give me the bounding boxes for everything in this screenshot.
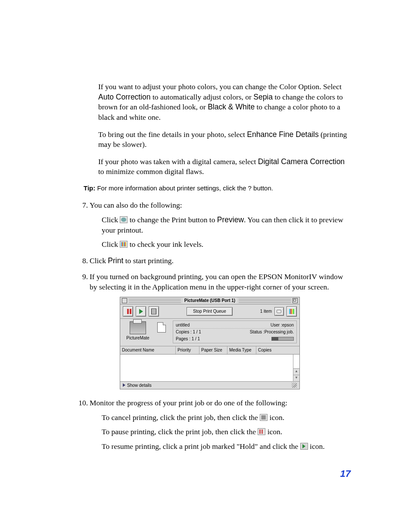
zoom-button[interactable] bbox=[293, 298, 298, 303]
tip-label: Tip: bbox=[84, 184, 95, 192]
ink-levels-button[interactable] bbox=[286, 306, 297, 317]
job-pages: Pages : 1 / 1 bbox=[176, 336, 200, 342]
disclosure-triangle-icon[interactable] bbox=[123, 383, 125, 387]
job-status: Processing job. bbox=[265, 330, 294, 334]
col-copies[interactable]: Copies bbox=[256, 346, 299, 354]
job-info-row: PictureMate untitled User :epson Copies … bbox=[120, 319, 299, 347]
queue-list[interactable]: ▲ ▼ bbox=[120, 355, 299, 381]
progress-bar bbox=[271, 337, 294, 341]
printer-cell: PictureMate bbox=[123, 320, 153, 344]
document-page: If you want to adjust your photo colors,… bbox=[0, 0, 411, 532]
step-8: 8. Click Print to start printing. bbox=[78, 256, 351, 266]
queue-table-header: Document Name Priority Paper Size Media … bbox=[120, 346, 299, 355]
step-7-ink: Click to check your ink levels. bbox=[102, 240, 351, 250]
pause-button[interactable] bbox=[123, 306, 133, 317]
job-info-grid: untitled User :epson Copies : 1 / 1 Stat… bbox=[173, 320, 297, 344]
step-10-resume: To resume printing, click a print job ma… bbox=[102, 442, 351, 452]
paragraph-color-option: If you want to adjust your photo colors,… bbox=[98, 82, 351, 123]
col-document-name[interactable]: Document Name bbox=[120, 346, 176, 354]
col-media-type[interactable]: Media Type bbox=[227, 346, 256, 354]
paragraph-digital-camera: If your photo was taken with a digital c… bbox=[98, 157, 351, 177]
monitor-window: PictureMate (USB Port 1) Stop Print Queu… bbox=[120, 297, 300, 390]
scroll-up-button[interactable]: ▲ bbox=[293, 368, 299, 375]
document-icon bbox=[157, 322, 166, 333]
close-button[interactable] bbox=[122, 298, 127, 303]
job-document-name: untitled bbox=[176, 322, 190, 328]
stop-print-queue-button[interactable]: Stop Print Queue bbox=[187, 307, 233, 316]
window-titlebar: PictureMate (USB Port 1) bbox=[120, 297, 299, 305]
delete-button[interactable] bbox=[149, 306, 159, 317]
step-10-cancel: To cancel printing, click the print job,… bbox=[102, 413, 351, 423]
printer-label: PictureMate bbox=[123, 335, 153, 341]
col-priority[interactable]: Priority bbox=[176, 346, 199, 354]
step-10-pause: To pause printing, click the print job, … bbox=[102, 427, 351, 437]
window-footer: Show details bbox=[120, 381, 299, 389]
spooler-button[interactable] bbox=[274, 307, 284, 316]
toolbar: Stop Print Queue 1 item bbox=[120, 305, 299, 319]
job-copies: Copies : 1 / 1 bbox=[176, 329, 201, 335]
resume-button[interactable] bbox=[136, 306, 146, 317]
printer-icon bbox=[130, 321, 146, 334]
steps-list: 7. You can also do the following: Click … bbox=[78, 200, 351, 451]
scroll-down-button[interactable]: ▼ bbox=[293, 375, 299, 381]
window-title: PictureMate (USB Port 1) bbox=[183, 298, 237, 304]
step-7: 7. You can also do the following: Click … bbox=[78, 200, 351, 250]
step-7-preview: Click to change the Print button to Prev… bbox=[102, 215, 351, 235]
step-9: 9. If you turned on background printing,… bbox=[78, 272, 351, 389]
item-count: 1 item bbox=[260, 308, 272, 314]
show-details-label[interactable]: Show details bbox=[127, 383, 152, 389]
step-10: 10. Monitor the progress of your print j… bbox=[78, 398, 351, 452]
tip-note: Tip: For more information about printer … bbox=[84, 184, 351, 193]
page-number: 17 bbox=[340, 467, 351, 480]
pause-icon bbox=[258, 428, 265, 435]
play-icon bbox=[300, 443, 308, 450]
ink-levels-icon bbox=[120, 241, 128, 248]
col-paper-size[interactable]: Paper Size bbox=[199, 346, 227, 354]
paragraph-enhance-details: To bring out the fine details in your ph… bbox=[98, 130, 351, 150]
preview-icon bbox=[120, 216, 128, 223]
resize-handle-icon[interactable] bbox=[292, 383, 297, 388]
trash-icon bbox=[260, 414, 268, 421]
